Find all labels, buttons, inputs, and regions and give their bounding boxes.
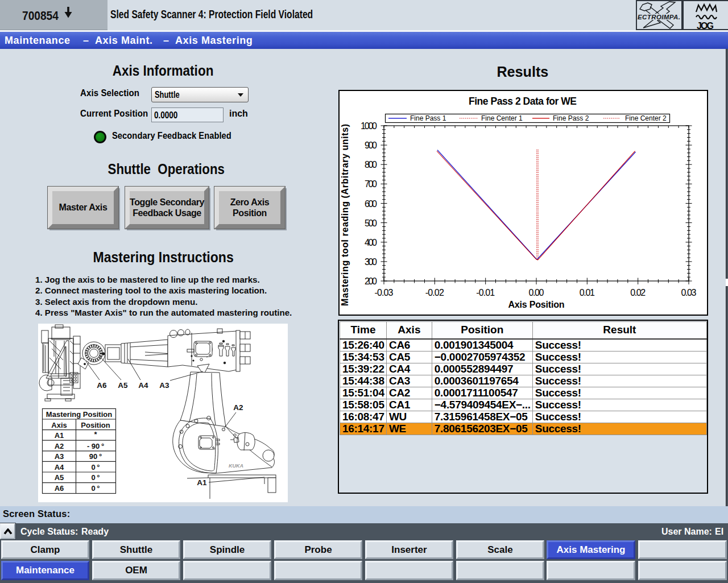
svg-text:-0.01: -0.01 [476, 288, 495, 297]
svg-text:A4: A4 [138, 381, 148, 390]
svg-text:Mastering tool reading (Arbitr: Mastering tool reading (Arbitrary units) [340, 124, 350, 306]
svg-text:-0.03: -0.03 [375, 288, 394, 297]
svg-text:300: 300 [365, 257, 377, 267]
svg-text:0.03: 0.03 [681, 288, 697, 297]
svg-text:A1: A1 [197, 478, 207, 487]
svg-text:0.00: 0.00 [529, 288, 544, 297]
svg-text:A2: A2 [55, 442, 64, 450]
svg-text:0 °: 0 ° [91, 484, 100, 493]
svg-text:700: 700 [365, 179, 377, 189]
svg-text:Fine Center 2: Fine Center 2 [625, 114, 667, 122]
svg-text:Axis Position: Axis Position [508, 300, 565, 309]
svg-text:-0.02: -0.02 [425, 288, 444, 297]
svg-text:0.01: 0.01 [580, 288, 595, 297]
svg-text:Fine Center 1: Fine Center 1 [481, 114, 523, 122]
svg-text:1000: 1000 [361, 121, 377, 131]
svg-text:Fine Pass 1: Fine Pass 1 [410, 114, 446, 122]
svg-text:JOG: JOG [697, 21, 714, 31]
svg-text:Mastering Position: Mastering Position [46, 410, 112, 419]
svg-text:Fine Pass 2 Data for WE: Fine Pass 2 Data for WE [469, 96, 577, 107]
svg-text:Axis: Axis [51, 421, 67, 429]
svg-text:ECTROIMPA.: ECTROIMPA. [638, 14, 680, 20]
svg-text:A3: A3 [159, 381, 169, 390]
svg-text:500: 500 [365, 218, 377, 228]
svg-text:A3: A3 [55, 452, 64, 461]
svg-text:400: 400 [365, 238, 377, 247]
svg-text:Position: Position [81, 421, 110, 429]
svg-text:800: 800 [365, 160, 377, 169]
svg-text:A6: A6 [55, 484, 64, 493]
svg-text:200: 200 [365, 276, 377, 286]
svg-text:A2: A2 [233, 403, 243, 412]
svg-text:A6: A6 [97, 381, 107, 390]
svg-text:- 90 °: - 90 ° [87, 442, 104, 450]
svg-text:600: 600 [365, 199, 377, 209]
svg-text:0 °: 0 ° [91, 473, 100, 482]
svg-text:Fine Pass 2: Fine Pass 2 [553, 114, 589, 122]
svg-text:900: 900 [365, 140, 377, 150]
svg-text:KUKA: KUKA [229, 463, 243, 469]
svg-text:0 °: 0 ° [91, 463, 100, 472]
svg-text:90 °: 90 ° [89, 452, 102, 461]
svg-text:A1: A1 [55, 431, 64, 440]
svg-text:A4: A4 [55, 463, 64, 472]
svg-text:0.02: 0.02 [630, 288, 646, 297]
svg-text:A5: A5 [55, 473, 64, 482]
svg-text:A5: A5 [118, 381, 128, 390]
